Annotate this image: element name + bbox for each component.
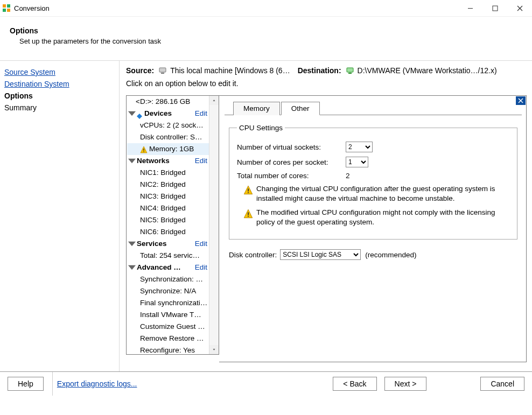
tree-item-nic3[interactable]: NIC3: Bridged — [127, 191, 209, 202]
next-button[interactable]: Next > — [384, 377, 427, 391]
cpu-warning-1-text: Changing the virtual CPU configuration a… — [256, 184, 499, 203]
tree-disk-d[interactable]: <D:>: 286.16 GB — [127, 96, 209, 108]
svg-rect-9 — [161, 73, 164, 74]
warning-icon — [243, 185, 253, 198]
scroll-up-button[interactable] — [209, 96, 219, 105]
svg-rect-10 — [347, 68, 353, 72]
close-window-button[interactable] — [507, 0, 532, 16]
cancel-button[interactable]: Cancel — [480, 377, 524, 391]
tree-scrollbar[interactable] — [209, 96, 219, 354]
svg-rect-3 — [7, 9, 10, 12]
tree-item-final-sync[interactable]: Final synchronizati… — [127, 297, 209, 309]
cpu-warning-2-text: The modified virtual CPU configuration m… — [256, 208, 499, 227]
svg-rect-15 — [143, 149, 144, 151]
source-label: Source: — [126, 66, 154, 75]
options-tree: <D:>: 286.16 GB Devices Edit vCPUs: 2 (2… — [126, 95, 219, 355]
disk-controller-select[interactable]: SCSI LSI Logic SAS — [280, 249, 361, 260]
tree-networks-edit[interactable]: Edit — [195, 155, 209, 167]
tab-strip: Memory Other — [225, 101, 522, 115]
cpu-settings-legend: CPU Settings — [237, 124, 285, 132]
disk-controller-recommended: (recommended) — [365, 251, 416, 259]
tree-item-memory[interactable]: Memory: 1GB — [127, 143, 209, 155]
panel-close-button[interactable] — [516, 96, 526, 105]
svg-rect-5 — [493, 6, 498, 11]
tree-item-synchronize[interactable]: Synchronize: N/A — [127, 285, 209, 297]
tree-item-vcpus[interactable]: vCPUs: 2 (2 sock… — [127, 119, 209, 131]
computer-icon — [158, 66, 167, 75]
svg-marker-18 — [128, 242, 136, 246]
window-title: Conversion — [14, 4, 458, 12]
tree-item-nic5[interactable]: NIC5: Bridged — [127, 214, 209, 226]
chevron-down-icon — [128, 264, 136, 271]
source-destination-bar: Source: This local machine [Windows 8 (6… — [126, 66, 527, 75]
svg-marker-13 — [137, 114, 142, 119]
tree-memory-text: Memory: 1GB — [149, 143, 194, 155]
right-pane: Source: This local machine [Windows 8 (6… — [120, 61, 532, 371]
scroll-track[interactable] — [209, 105, 219, 345]
cpu-warning-2: The modified virtual CPU configuration m… — [243, 208, 499, 227]
sockets-select[interactable]: 2 — [346, 142, 373, 152]
tree-item-nic1[interactable]: NIC1: Bridged — [127, 167, 209, 179]
tree-item-install-tools[interactable]: Install VMware T… — [127, 309, 209, 321]
warning-icon — [243, 209, 253, 221]
details-panel: Memory Other CPU Settings Number of virt… — [219, 95, 527, 362]
source-value: This local machine [Windows 8 (6… — [170, 66, 290, 75]
tree-item-disk-controller[interactable]: Disk controller: S… — [127, 131, 209, 143]
editor-row: <D:>: 286.16 GB Devices Edit vCPUs: 2 (2… — [126, 95, 527, 362]
tree-item-nic6[interactable]: NIC6: Bridged — [127, 226, 209, 238]
nav-destination-system[interactable]: Destination System — [4, 78, 115, 90]
tree-advanced-label: Advanced … — [137, 262, 195, 273]
tree-item-nic4[interactable]: NIC4: Bridged — [127, 202, 209, 214]
app-icon — [2, 4, 11, 12]
export-diag-link[interactable]: Export diagnostic logs... — [52, 372, 137, 396]
disk-controller-label: Disk controller: — [229, 251, 277, 259]
tree-group-devices[interactable]: Devices Edit — [127, 108, 209, 119]
maximize-button[interactable] — [482, 0, 507, 16]
diamond-icon — [137, 111, 142, 116]
tree-group-networks[interactable]: Networks Edit — [127, 155, 209, 167]
destination-label: Destination: — [298, 66, 341, 75]
svg-rect-25 — [248, 188, 249, 191]
minimize-button[interactable] — [458, 0, 482, 16]
chevron-down-icon — [128, 157, 136, 165]
total-cores-value: 2 — [346, 172, 350, 180]
tree-item-reconfigure[interactable]: Reconfigure: Yes — [127, 344, 209, 354]
instruction-text: Click on an option below to edit it. — [126, 79, 527, 88]
tree-item-nic2[interactable]: NIC2: Bridged — [127, 179, 209, 191]
tree-item-remove-restore[interactable]: Remove Restore … — [127, 333, 209, 344]
tree-item-services-total[interactable]: Total: 254 servic… — [127, 250, 209, 262]
cores-select[interactable]: 1 — [346, 157, 368, 167]
page-title: Options — [10, 26, 522, 35]
back-button[interactable]: < Back — [333, 377, 376, 391]
tree-advanced-edit[interactable]: Edit — [195, 262, 209, 273]
svg-marker-17 — [128, 159, 136, 163]
tab-other[interactable]: Other — [281, 102, 320, 115]
main-area: Source System Destination System Options… — [0, 61, 532, 371]
svg-marker-20 — [213, 100, 215, 101]
scroll-down-button[interactable] — [209, 345, 219, 354]
svg-rect-29 — [248, 216, 249, 217]
cpu-warning-1: Changing the virtual CPU configuration a… — [243, 184, 499, 203]
page-header: Options Set up the parameters for the co… — [0, 17, 532, 60]
tree-group-services[interactable]: Services Edit — [127, 238, 209, 250]
nav-source-system[interactable]: Source System — [4, 66, 115, 78]
tab-memory[interactable]: Memory — [233, 102, 280, 115]
tree-services-edit[interactable]: Edit — [195, 238, 209, 250]
tree-services-label: Services — [137, 238, 195, 250]
cores-label: Number of cores per socket: — [237, 158, 346, 166]
tree-devices-edit[interactable]: Edit — [195, 108, 209, 119]
svg-rect-0 — [3, 4, 6, 8]
tree-networks-label: Networks — [137, 155, 195, 167]
wizard-nav: Source System Destination System Options… — [0, 61, 120, 371]
footer-bar: Help Export diagnostic logs... < Back Ne… — [0, 371, 532, 396]
tree-item-customize-guest[interactable]: Customize Guest … — [127, 321, 209, 333]
chevron-down-icon — [128, 110, 136, 117]
svg-marker-21 — [213, 349, 215, 350]
tree-item-sync[interactable]: Synchronization: … — [127, 273, 209, 285]
svg-marker-19 — [128, 265, 136, 270]
svg-rect-28 — [248, 212, 249, 215]
tree-group-advanced[interactable]: Advanced … Edit — [127, 262, 209, 273]
svg-rect-11 — [348, 73, 352, 74]
total-cores-label: Total number of cores: — [237, 172, 346, 180]
help-button[interactable]: Help — [8, 377, 44, 391]
